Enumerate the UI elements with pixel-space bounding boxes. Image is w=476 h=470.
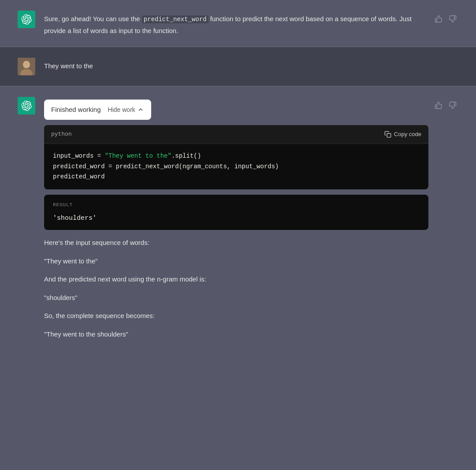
user-message-1: They went to the — [0, 47, 476, 86]
finished-working-pill[interactable]: Finished working Hide work — [44, 100, 151, 120]
copy-icon — [384, 131, 391, 138]
code-line-1: input_words = "They went to the".split() — [53, 151, 420, 162]
thumbup-button-1[interactable] — [433, 13, 444, 25]
hide-work-label: Hide work — [108, 106, 135, 113]
paragraph-4: "shoulders" — [44, 292, 428, 303]
finished-working-label: Finished working — [51, 104, 101, 115]
code-line-3: predicted_word — [53, 172, 420, 182]
svg-rect-5 — [387, 133, 391, 137]
thumbup-button-2[interactable] — [433, 100, 444, 111]
user-text: They went to the — [44, 62, 93, 70]
code-line-2: predicted_word = predict_next_word(ngram… — [53, 162, 420, 172]
paragraph-1: Here's the input sequence of words: — [44, 237, 428, 248]
svg-point-4 — [24, 61, 29, 67]
chatgpt-avatar-2 — [18, 97, 35, 115]
message-2-actions — [433, 97, 458, 111]
message-text-intro: Sure, go ahead! You can use the — [44, 15, 142, 22]
paragraph-3: And the predicted next word using the n-… — [44, 274, 428, 285]
user-avatar — [18, 58, 35, 75]
result-label: RESULT — [53, 201, 420, 209]
paragraph-6: "They went to the shoulders" — [44, 329, 428, 340]
assistant-message-2: Finished working Hide work python Copy c… — [0, 86, 476, 357]
inline-code-predict: predict_next_word — [142, 15, 208, 23]
code-block-header: python Copy code — [44, 125, 428, 144]
code-body: input_words = "They went to the".split()… — [44, 144, 428, 189]
thumbdown-button-1[interactable] — [447, 13, 458, 25]
assistant-message-1-content: Sure, go ahead! You can use the predict_… — [44, 11, 428, 36]
message-1-actions — [433, 11, 458, 25]
code-block: python Copy code input_words = "They wen… — [44, 125, 428, 189]
assistant-message-1: Sure, go ahead! You can use the predict_… — [0, 0, 476, 47]
assistant-message-2-content: Finished working Hide work python Copy c… — [44, 97, 428, 347]
thumbdown-button-2[interactable] — [447, 100, 458, 111]
chevron-up-icon — [137, 106, 144, 113]
hide-work-button[interactable]: Hide work — [108, 106, 144, 113]
chatgpt-avatar — [18, 11, 35, 28]
paragraph-2: "They went to the" — [44, 255, 428, 267]
result-value: 'shoulders' — [53, 213, 420, 224]
code-language: python — [51, 130, 72, 139]
paragraph-5: So, the complete sequence becomes: — [44, 310, 428, 322]
copy-code-button[interactable]: Copy code — [384, 131, 421, 138]
copy-code-label: Copy code — [394, 131, 421, 137]
user-message-1-content: They went to the — [44, 58, 458, 72]
result-block: RESULT 'shoulders' — [44, 195, 428, 230]
